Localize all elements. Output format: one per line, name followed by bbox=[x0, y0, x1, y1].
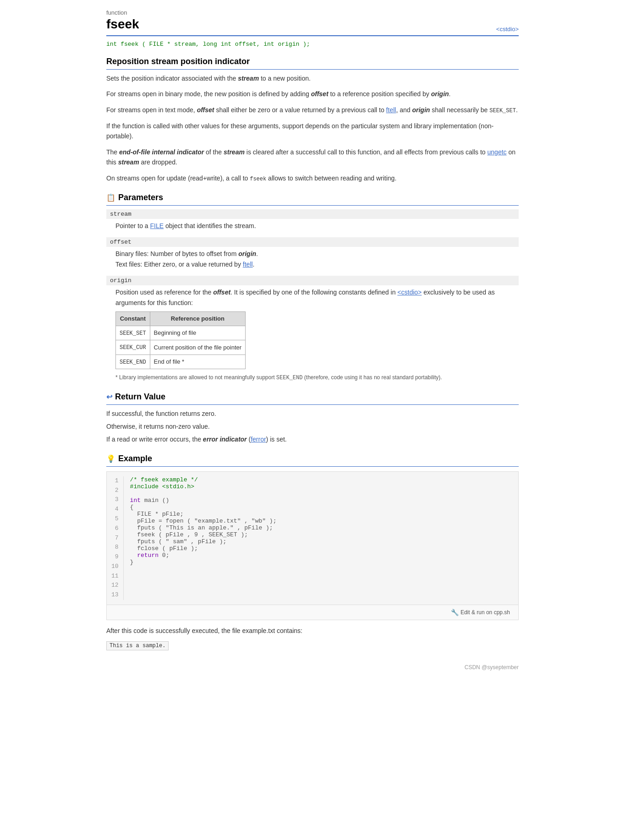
code-block-wrapper: 12345 678910 111213 /* fseek example */ … bbox=[106, 471, 519, 620]
section-heading-reposition: Reposition stream position indicator bbox=[106, 57, 519, 70]
ungetc-link[interactable]: ungetc bbox=[488, 148, 507, 156]
cpp-icon: 🔧 bbox=[451, 609, 459, 616]
table-row: SEEK_END End of file * bbox=[116, 355, 246, 369]
return-value-heading: ↩ Return Value bbox=[106, 392, 519, 405]
return-line-2: Otherwise, it returns non-zero value. bbox=[106, 421, 519, 431]
param-offset: offset Binary files: Number of bytes to … bbox=[106, 237, 519, 271]
FILE-link[interactable]: FILE bbox=[150, 222, 164, 229]
cstdio-link[interactable]: <cstdio> bbox=[397, 289, 422, 296]
param-origin: origin Position used as reference for th… bbox=[106, 276, 519, 382]
code-content: /* fseek example */ #include <stdio.h> i… bbox=[124, 476, 283, 600]
example-heading: 💡 Example bbox=[106, 454, 519, 467]
category-label: function bbox=[106, 9, 519, 16]
constants-table: Constant Reference position SEEK_SET Beg… bbox=[115, 311, 246, 369]
after-code-text: After this code is successfully executed… bbox=[106, 626, 519, 636]
page-title: fseek bbox=[106, 17, 139, 32]
output-text: This is a sample. bbox=[106, 641, 169, 650]
edit-run-button[interactable]: 🔧 Edit & run on cpp.sh bbox=[446, 607, 515, 618]
return-line-3: If a read or write error occurs, the err… bbox=[106, 434, 519, 444]
desc-para-3: For streams open in text mode, offset sh… bbox=[106, 105, 519, 115]
header-cstdio-link[interactable]: <cstdio> bbox=[496, 26, 519, 33]
table-header-refpos: Reference position bbox=[150, 311, 246, 326]
ferror-link[interactable]: ferror bbox=[251, 436, 266, 443]
ftell-link-2[interactable]: ftell bbox=[243, 261, 253, 268]
footer: CSDN @syseptember bbox=[106, 664, 519, 671]
edit-run-row: 🔧 Edit & run on cpp.sh bbox=[107, 605, 518, 620]
table-row: SEEK_CUR Current position of the file po… bbox=[116, 340, 246, 355]
table-header-constant: Constant bbox=[116, 311, 150, 326]
function-signature: int fseek ( FILE * stream, long int offs… bbox=[106, 41, 519, 48]
line-numbers: 12345 678910 111213 bbox=[107, 476, 124, 600]
desc-para-6: On streams open for update (read+write),… bbox=[106, 173, 519, 184]
constants-footnote: * Library implementations are allowed to… bbox=[115, 373, 519, 382]
desc-para-1: Sets the position indicator associated w… bbox=[106, 73, 519, 83]
ftell-link-1[interactable]: ftell bbox=[386, 106, 396, 114]
return-line-1: If successful, the function returns zero… bbox=[106, 409, 519, 419]
parameters-heading: 📋 Parameters bbox=[106, 193, 519, 206]
desc-para-2: For streams open in binary mode, the new… bbox=[106, 89, 519, 99]
desc-para-5: The end-of-file internal indicator of th… bbox=[106, 147, 519, 168]
desc-para-4: If the function is called with other val… bbox=[106, 121, 519, 142]
return-section: If successful, the function returns zero… bbox=[106, 409, 519, 445]
table-row: SEEK_SET Beginning of file bbox=[116, 326, 246, 340]
param-stream: stream Pointer to a FILE object that ide… bbox=[106, 209, 519, 232]
